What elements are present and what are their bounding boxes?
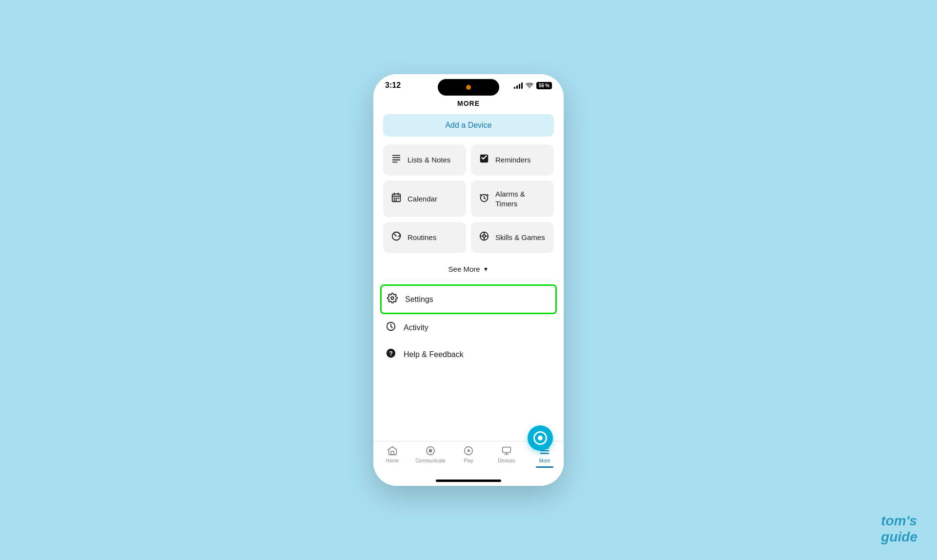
- skills-games-label: Skills & Games: [495, 233, 545, 242]
- svg-rect-9: [394, 198, 395, 199]
- activity-item[interactable]: Activity: [373, 314, 564, 341]
- reminders-icon: [479, 153, 489, 167]
- settings-item[interactable]: Settings: [380, 284, 557, 314]
- tab-home[interactable]: Home: [373, 445, 411, 468]
- watermark-line1: tom's: [881, 513, 917, 528]
- add-device-button[interactable]: Add a Device: [383, 114, 554, 137]
- see-more-button[interactable]: See More ▼: [373, 258, 564, 280]
- reminders-label: Reminders: [495, 155, 531, 165]
- tab-more-label: More: [539, 458, 550, 463]
- svg-rect-25: [391, 451, 394, 455]
- help-feedback-item[interactable]: ? Help & Feedback: [373, 341, 564, 368]
- svg-point-27: [428, 449, 432, 452]
- skills-games-item[interactable]: Skills & Games: [471, 222, 554, 253]
- svg-text:?: ?: [389, 350, 393, 357]
- svg-rect-1: [392, 157, 401, 158]
- calendar-item[interactable]: Calendar: [383, 180, 466, 217]
- tab-play-label: Play: [464, 458, 473, 463]
- main-content: MORE Add a Device Lists & Notes: [373, 94, 564, 441]
- lists-notes-item[interactable]: Lists & Notes: [383, 144, 466, 176]
- dynamic-island-dot: [466, 85, 471, 90]
- lists-icon: [391, 153, 402, 167]
- status-bar: 3:12 56 %: [373, 74, 564, 94]
- home-indicator: [436, 480, 501, 482]
- tab-active-indicator: [536, 466, 553, 468]
- grid-container: Lists & Notes Reminders: [373, 144, 564, 253]
- chevron-down-icon: ▼: [483, 266, 489, 273]
- gear-icon: [387, 293, 398, 306]
- svg-rect-0: [392, 155, 401, 156]
- svg-rect-2: [392, 160, 401, 160]
- alexa-fab-button[interactable]: [528, 425, 553, 451]
- svg-rect-13: [396, 199, 397, 200]
- menu-list: Settings Activity ?: [373, 280, 564, 372]
- status-time: 3:12: [385, 81, 401, 90]
- tab-devices[interactable]: Devices: [488, 445, 526, 468]
- routines-item[interactable]: Routines: [383, 222, 466, 253]
- alarms-timers-item[interactable]: Alarms & Timers: [471, 180, 554, 217]
- wifi-icon: [526, 82, 533, 88]
- clock-icon: [385, 321, 397, 334]
- svg-rect-10: [396, 198, 397, 199]
- page-title: MORE: [373, 94, 564, 114]
- watermark-line2: guide: [881, 529, 917, 544]
- skills-icon: [479, 231, 489, 244]
- alexa-icon: [533, 431, 547, 445]
- tab-communicate[interactable]: Communicate: [411, 445, 449, 468]
- alarms-icon: [479, 192, 489, 206]
- chat-icon: [425, 445, 436, 456]
- svg-rect-3: [392, 161, 398, 162]
- alarms-timers-label: Alarms & Timers: [495, 189, 546, 208]
- routines-label: Routines: [407, 233, 436, 242]
- tab-devices-label: Devices: [498, 458, 515, 463]
- home-icon: [387, 445, 398, 456]
- calendar-icon: [391, 192, 402, 206]
- calendar-label: Calendar: [407, 194, 437, 204]
- signal-bars-icon: [514, 82, 523, 89]
- tab-play[interactable]: Play: [449, 445, 488, 468]
- svg-rect-12: [394, 199, 395, 200]
- reminders-item[interactable]: Reminders: [471, 144, 554, 176]
- svg-point-17: [483, 235, 486, 238]
- play-icon: [463, 445, 474, 456]
- dynamic-island: [438, 79, 499, 96]
- tab-communicate-label: Communicate: [415, 458, 446, 463]
- watermark: tom's guide: [881, 513, 917, 545]
- lists-notes-label: Lists & Notes: [407, 155, 450, 165]
- devices-icon: [501, 445, 512, 456]
- routines-icon: [391, 231, 402, 244]
- svg-rect-11: [398, 198, 399, 199]
- settings-label: Settings: [405, 295, 433, 304]
- help-feedback-label: Help & Feedback: [404, 350, 464, 359]
- svg-marker-29: [468, 449, 470, 452]
- activity-label: Activity: [404, 323, 428, 332]
- tab-home-label: Home: [386, 458, 399, 463]
- phone-frame: 3:12 56 % MORE: [373, 74, 564, 486]
- battery-icon: 56 %: [536, 82, 552, 89]
- question-icon: ?: [385, 348, 397, 361]
- spacer: [373, 372, 564, 411]
- status-icons: 56 %: [514, 82, 552, 89]
